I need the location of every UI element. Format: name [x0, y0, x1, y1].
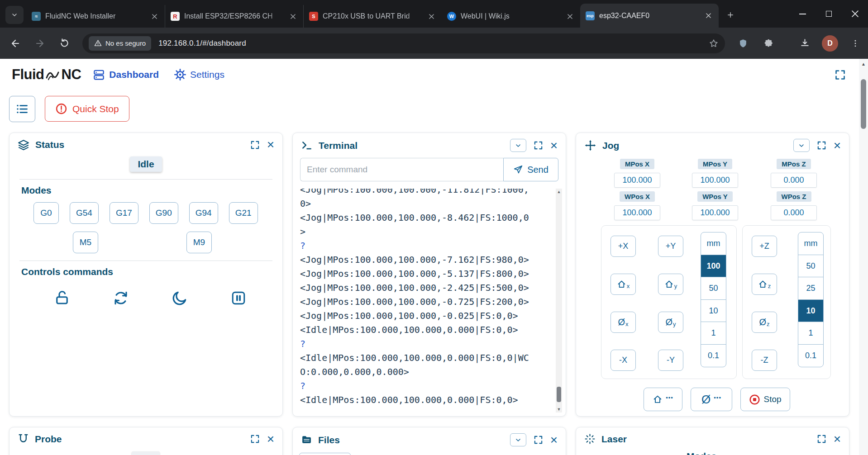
tab-close-icon[interactable] [703, 11, 713, 21]
close-panel-icon[interactable]: × [550, 436, 558, 445]
mode-button-g94[interactable]: G94 [189, 202, 218, 224]
z-step-10[interactable]: 10 [798, 299, 824, 322]
tab-title: FluidNC Web Installer [45, 12, 147, 20]
expand-icon[interactable] [533, 140, 544, 151]
zero-z-button[interactable]: Ø z [752, 312, 777, 333]
address-bar[interactable]: No es seguro 192.168.0.1/#/dashboard [82, 33, 725, 53]
terminal-line: <Jog|MPos:100.000,100.000,-2.425|FS:500,… [300, 281, 532, 295]
home-z-button[interactable]: z [752, 274, 777, 295]
close-window-button[interactable] [842, 0, 868, 28]
expand-icon[interactable] [250, 140, 260, 150]
expand-icon[interactable] [250, 434, 260, 444]
command-input[interactable] [300, 158, 503, 181]
minimize-icon [799, 14, 806, 14]
quick-stop-button[interactable]: Quick Stop [45, 96, 129, 122]
maximize-button[interactable] [816, 0, 842, 28]
z-step-1[interactable]: 1 [798, 322, 824, 345]
tab-search-button[interactable] [5, 6, 24, 24]
xy-step-50[interactable]: 50 [701, 277, 726, 300]
scroll-up-icon[interactable]: ▲ [556, 189, 562, 195]
jog-plus-z-button[interactable]: +Z [752, 236, 777, 257]
mode-button-m9[interactable]: M9 [186, 232, 212, 253]
close-panel-icon[interactable]: × [834, 435, 841, 444]
tab-webui-wiki[interactable]: W WebUI | Wiki.js [442, 5, 580, 28]
new-tab-button[interactable] [722, 7, 739, 23]
tab-close-icon[interactable] [288, 11, 298, 21]
tab-close-icon[interactable] [565, 11, 575, 21]
profile-button[interactable]: D [820, 33, 840, 53]
tab-close-icon[interactable] [426, 11, 436, 21]
zero-x-button[interactable]: Ø x [610, 312, 636, 333]
scrollbar-thumb[interactable] [861, 79, 866, 129]
mode-button-m5[interactable]: M5 [73, 232, 98, 253]
collapse-button[interactable] [510, 433, 526, 446]
mode-button-g90[interactable]: G90 [149, 202, 178, 224]
tab-fluidnc-installer[interactable]: ≈ FluidNC Web Installer [26, 5, 165, 28]
tab-esp32-active[interactable]: esp esp32-CAAEF0 [580, 4, 719, 28]
home-x-button[interactable]: x [610, 274, 636, 295]
collapse-button[interactable] [793, 139, 810, 152]
nav-dashboard[interactable]: Dashboard [93, 69, 159, 81]
home-y-button[interactable]: y [658, 274, 683, 295]
home-all-button[interactable]: ••• [644, 388, 682, 411]
downloads-button[interactable] [795, 33, 815, 53]
fullscreen-button[interactable] [834, 69, 846, 81]
jog-plus-x-button[interactable]: +X [610, 236, 636, 257]
mode-button-g54[interactable]: G54 [70, 202, 99, 224]
mode-button-g0[interactable]: G0 [33, 202, 59, 224]
close-panel-icon[interactable]: × [834, 141, 841, 150]
expand-icon[interactable] [816, 434, 827, 444]
unlock-button[interactable] [51, 287, 73, 309]
mode-button-g17[interactable]: G17 [110, 202, 138, 224]
shield-extension-button[interactable] [733, 33, 753, 53]
z-step-25[interactable]: 25 [798, 277, 824, 300]
terminal-output[interactable]: <Jog|MPos:100.000,100.000,-11.812|FS:100… [300, 189, 540, 409]
xy-unit-cell: mm [701, 232, 726, 255]
zero-all-button[interactable]: Ø ••• [691, 388, 732, 411]
expand-icon[interactable] [533, 435, 544, 445]
scroll-up-icon[interactable]: ▲ [859, 60, 868, 67]
terminal-scrollbar[interactable]: ▲ ▼ [556, 189, 562, 412]
url-text[interactable]: 192.168.0.1/#/dashboard [158, 39, 246, 48]
zero-y-button[interactable]: Ø y [658, 312, 683, 333]
panel-list-button[interactable] [9, 96, 35, 122]
xy-step-10[interactable]: 10 [701, 299, 726, 322]
tab-close-icon[interactable] [149, 11, 159, 21]
extensions-button[interactable] [758, 33, 778, 53]
jog-plus-y-button[interactable]: +Y [658, 236, 683, 257]
z-step-50[interactable]: 50 [798, 255, 824, 278]
forward-button[interactable] [30, 33, 50, 53]
page-scrollbar[interactable]: ▲ [859, 59, 868, 455]
jog-minus-x-button[interactable]: -X [610, 350, 636, 371]
security-badge[interactable]: No es seguro [89, 36, 151, 51]
scroll-down-icon[interactable]: ▼ [556, 406, 562, 412]
close-panel-icon[interactable]: × [267, 140, 274, 149]
jog-minus-y-button[interactable]: -Y [658, 350, 683, 371]
back-button[interactable] [5, 33, 25, 53]
browser-menu-button[interactable] [845, 33, 865, 53]
xy-step-0-1[interactable]: 0.1 [701, 344, 726, 367]
reload-button[interactable] [54, 33, 74, 53]
sleep-button[interactable] [169, 287, 191, 309]
reset-button[interactable] [110, 287, 132, 309]
nav-settings[interactable]: Settings [174, 69, 224, 81]
bookmark-star-icon[interactable] [709, 38, 719, 48]
collapse-button[interactable] [510, 139, 526, 152]
minimize-button[interactable] [789, 0, 816, 28]
close-panel-icon[interactable]: × [550, 141, 558, 150]
close-panel-icon[interactable]: × [267, 435, 274, 444]
files-clipped-button[interactable] [299, 453, 351, 455]
tab-cp210x[interactable]: S CP210x USB to UART Brid [303, 5, 442, 28]
mode-button-g21[interactable]: G21 [229, 202, 258, 224]
send-button[interactable]: Send [503, 158, 558, 181]
list-icon [15, 102, 29, 116]
tab-install-esp32[interactable]: R Install ESP32/ESP8266 CH [165, 5, 303, 28]
scrollbar-thumb[interactable] [557, 387, 561, 402]
pause-button[interactable] [228, 287, 249, 309]
xy-step-100[interactable]: 100 [701, 255, 726, 278]
z-step-0-1[interactable]: 0.1 [798, 344, 824, 367]
jog-minus-z-button[interactable]: -Z [752, 350, 777, 371]
expand-icon[interactable] [816, 140, 827, 151]
jog-stop-button[interactable]: Stop [740, 388, 790, 411]
xy-step-1[interactable]: 1 [701, 322, 726, 345]
